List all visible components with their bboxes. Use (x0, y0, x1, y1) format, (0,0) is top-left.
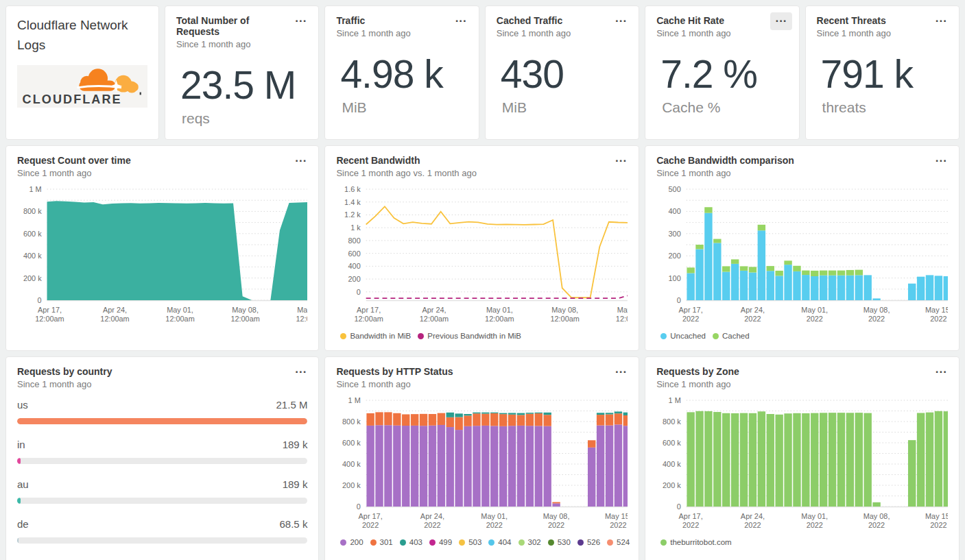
svg-text:800 k: 800 k (23, 207, 42, 215)
panel-menu-button[interactable]: ... (931, 363, 952, 381)
panel-traffic: Traffic Since 1 month ago ... 4.98 k MiB (324, 5, 479, 140)
panel-subtitle: Since 1 month ago (17, 379, 284, 389)
svg-text:600 k: 600 k (342, 439, 361, 447)
panel-brand: Cloudflare Network Logs CLOUDFLARE (5, 5, 159, 140)
panel-menu-button[interactable]: ... (610, 363, 632, 381)
stat-value: 430 (501, 55, 628, 94)
panel-title: Requests by country (17, 366, 284, 377)
panel-menu-button[interactable]: ... (770, 12, 791, 30)
country-label: de (17, 518, 29, 530)
panel-title: Requests by Zone (656, 366, 925, 377)
panel-title: Cache Bandwidth comparison (656, 155, 925, 166)
legend-item[interactable]: theburritobot.com (660, 538, 732, 546)
svg-text:400: 400 (348, 262, 361, 270)
zone-legend: theburritobot.com (656, 538, 948, 546)
panel-subtitle: Since 1 month ago (656, 28, 764, 38)
legend-dot-icon (429, 539, 436, 546)
svg-text:0: 0 (38, 296, 42, 304)
cache-bandwidth-legend: UncachedCached (656, 332, 948, 340)
svg-text:May 15,2022: May 15,2022 (925, 306, 948, 323)
legend-label: 301 (380, 538, 393, 546)
legend-label: Previous Bandwidth in MiB (427, 332, 521, 340)
stat-unit: reqs (182, 110, 307, 127)
country-value: 189 k (283, 439, 308, 450)
country-bar-track (17, 458, 307, 464)
request-count-area-chart[interactable]: 0200 k400 k600 k800 k1 MApr 17,12:00amAp… (17, 185, 307, 330)
cloudflare-logo-image: CLOUDFLARE (17, 65, 147, 108)
svg-text:Apr 24,2022: Apr 24,2022 (741, 306, 765, 323)
legend-item[interactable]: 503 (459, 538, 481, 546)
panel-menu-button[interactable]: ... (610, 12, 632, 30)
svg-text:Apr 17,12:00am: Apr 17,12:00am (35, 306, 64, 323)
legend-dot-icon (400, 539, 406, 546)
legend-dot-icon (607, 539, 613, 546)
panel-subtitle: Since 1 month ago (336, 28, 444, 38)
cache-bandwidth-bar-chart[interactable]: 0100200300400500Apr 17,2022Apr 24,2022Ma… (656, 185, 948, 330)
country-label: au (17, 478, 29, 490)
svg-text:Apr 17,2022: Apr 17,2022 (359, 512, 383, 529)
panel-cached-traffic: Cached Traffic Since 1 month ago ... 430… (485, 5, 639, 140)
panel-cache-hit-rate: Cache Hit Rate Since 1 month ago ... 7.2… (645, 5, 799, 140)
bandwidth-line-chart[interactable]: 02004006008001 k1.2 k1.4 k1.6 kApr 17,12… (336, 185, 628, 330)
svg-text:May 01,2022: May 01,2022 (481, 512, 508, 529)
panel-subtitle: Since 1 month ago (817, 28, 925, 38)
svg-text:May 08,12:00am: May 08,12:00am (230, 306, 259, 323)
panel-menu-button[interactable]: ... (290, 363, 311, 381)
legend-item[interactable]: 403 (400, 538, 422, 546)
panel-subtitle: Since 1 month ago (336, 379, 604, 389)
svg-text:Apr 24,2022: Apr 24,2022 (741, 512, 765, 529)
dashboard-title: Cloudflare Network Logs (17, 15, 147, 56)
svg-text:May 01,12:00am: May 01,12:00am (165, 306, 194, 323)
svg-text:800 k: 800 k (342, 417, 361, 426)
legend-item[interactable]: 524 (607, 538, 630, 546)
stat-unit: threats (822, 99, 948, 116)
legend-item[interactable]: 200 (340, 538, 363, 546)
http-status-bar-chart[interactable]: 0200 k400 k600 k800 k1 MApr 17,2022Apr 2… (336, 396, 628, 537)
panel-menu-button[interactable]: ... (290, 152, 311, 170)
country-bar-track (17, 418, 307, 424)
legend-item[interactable]: 404 (488, 538, 511, 546)
legend-label: 302 (528, 538, 541, 546)
panel-menu-button[interactable]: ... (610, 152, 632, 170)
legend-label: 200 (350, 538, 363, 546)
svg-text:May 01,2022: May 01,2022 (802, 306, 829, 323)
legend-label: theburritobot.com (670, 538, 732, 546)
legend-dot-icon (418, 333, 424, 339)
legend-item[interactable]: Uncached (660, 332, 706, 340)
legend-item[interactable]: Bandwidth in MiB (340, 332, 411, 340)
svg-text:May 01,12:00am: May 01,12:00am (486, 306, 514, 323)
panel-title: Traffic (336, 15, 444, 26)
country-row: us21.5 M (17, 399, 307, 424)
svg-text:Apr 24,12:00am: Apr 24,12:00am (100, 306, 129, 323)
svg-text:Apr 24,2022: Apr 24,2022 (420, 512, 444, 529)
legend-item[interactable]: Previous Bandwidth in MiB (418, 332, 521, 340)
zone-bar-chart[interactable]: 0200 k400 k600 k800 k1 MApr 17,2022Apr 2… (656, 396, 948, 537)
legend-dot-icon (459, 539, 465, 546)
svg-text:May 15,2022: May 15,2022 (925, 512, 948, 529)
legend-item[interactable]: 526 (577, 538, 600, 546)
panel-title: Cache Hit Rate (656, 15, 764, 26)
stat-value: 4.98 k (340, 55, 467, 94)
svg-text:200 k: 200 k (342, 481, 361, 489)
country-bar-fill (17, 418, 307, 424)
svg-text:800 k: 800 k (663, 417, 681, 426)
legend-dot-icon (488, 539, 495, 546)
svg-text:1 M: 1 M (29, 185, 41, 193)
stat-unit: MiB (342, 99, 467, 116)
legend-item[interactable]: Cached (713, 332, 750, 340)
stat-value: 7.2 % (660, 55, 787, 94)
legend-item[interactable]: 499 (429, 538, 452, 546)
country-value: 68.5 k (280, 518, 308, 530)
legend-item[interactable]: 302 (519, 538, 541, 546)
panel-menu-button[interactable]: ... (451, 12, 472, 30)
country-label: in (17, 439, 25, 450)
svg-text:100: 100 (669, 274, 681, 282)
panel-menu-button[interactable]: ... (931, 12, 952, 30)
country-bar-fill (17, 498, 21, 504)
legend-item[interactable]: 530 (548, 538, 571, 546)
legend-item[interactable]: 301 (370, 538, 393, 546)
country-bar-track (17, 498, 307, 504)
panel-menu-button[interactable]: ... (290, 12, 311, 30)
panel-title: Total Number of Requests (176, 15, 284, 37)
panel-menu-button[interactable]: ... (931, 152, 952, 170)
